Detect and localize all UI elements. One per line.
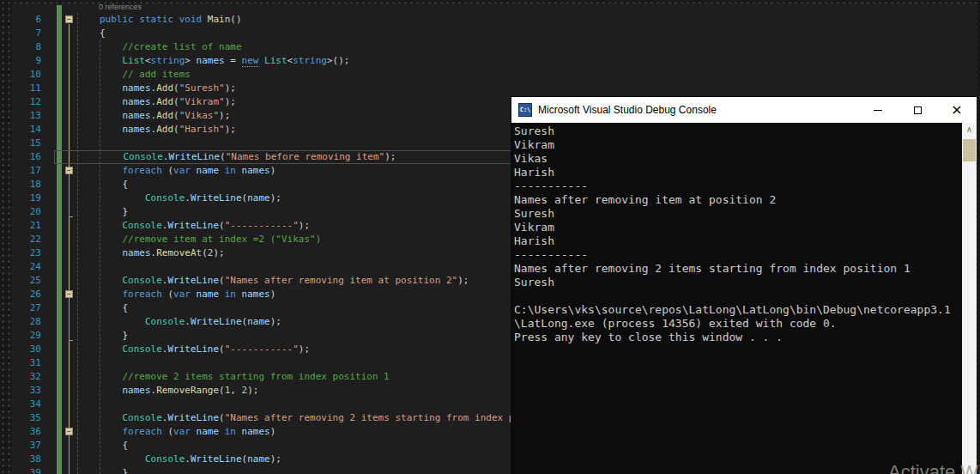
scroll-up-icon[interactable]: ∧ — [962, 125, 977, 135]
line-number[interactable]: 21 — [11, 219, 41, 233]
line-number[interactable]: 30 — [11, 343, 41, 356]
line-number[interactable]: 19 — [11, 191, 41, 205]
codelens-references[interactable]: 0 references — [99, 3, 142, 11]
line-number[interactable]: 7 — [11, 27, 41, 40]
code-token: Console — [123, 151, 162, 162]
minimize-button[interactable] — [858, 97, 898, 123]
code-line[interactable]: //create list of name — [54, 40, 977, 54]
console-output-line: Suresh — [514, 207, 977, 221]
debug-console-window[interactable]: C:\ Microsoft Visual Studio Debug Consol… — [511, 97, 977, 474]
code-token: < — [145, 55, 151, 66]
line-number[interactable]: 35 — [11, 411, 41, 425]
code-token: Console — [145, 192, 185, 204]
line-number[interactable]: 29 — [11, 329, 41, 343]
console-output-line: Names after removing 2 items starting fr… — [514, 262, 977, 276]
maximize-button[interactable] — [898, 97, 937, 123]
line-number[interactable]: 8 — [11, 40, 41, 54]
line-number[interactable]: 14 — [11, 123, 41, 137]
line-number[interactable]: 24 — [11, 260, 41, 274]
console-output[interactable]: SureshVikramVikasHarish-----------Names … — [511, 123, 977, 474]
code-token: foreach — [122, 289, 167, 300]
console-output-line — [514, 289, 977, 303]
code-token: ( — [219, 412, 225, 423]
code-token: Add — [156, 96, 173, 107]
code-token: Console — [122, 275, 161, 286]
code-token: var — [173, 289, 197, 300]
code-token: WriteLine — [167, 275, 219, 286]
code-token: { — [122, 179, 128, 190]
code-token: names — [242, 289, 270, 300]
code-token: List — [122, 55, 145, 66]
line-number-gutter[interactable]: 6789101112131415161718192021222324252627… — [11, 13, 41, 474]
code-token: names — [122, 385, 150, 396]
console-output-line: Vikram — [514, 221, 977, 234]
code-token: WriteLine — [168, 151, 220, 162]
code-token: Main — [208, 14, 231, 25]
line-number[interactable]: 23 — [11, 246, 41, 260]
line-number[interactable]: 10 — [11, 68, 41, 82]
line-number[interactable]: 36 — [11, 425, 41, 439]
code-line[interactable]: // add items — [54, 68, 977, 82]
code-token: names — [122, 247, 150, 258]
line-number[interactable]: 12 — [11, 95, 41, 109]
code-token: ( — [219, 275, 225, 286]
line-number[interactable]: 16 — [11, 150, 41, 164]
line-number[interactable]: 15 — [11, 137, 41, 150]
line-number[interactable]: 9 — [11, 54, 41, 68]
fold-toggle-icon[interactable]: − — [65, 290, 73, 298]
code-token: ); — [225, 96, 236, 107]
code-token: names — [122, 124, 150, 135]
code-line[interactable]: names.Add("Suresh"); — [54, 82, 977, 95]
code-token: //create list of name — [122, 41, 241, 52]
code-line[interactable]: public static void Main() — [54, 13, 977, 27]
code-token: void — [179, 14, 208, 25]
code-token: { — [100, 27, 106, 39]
line-number[interactable]: 27 — [11, 301, 41, 315]
console-scrollbar[interactable]: ∧ — [962, 123, 977, 474]
line-number[interactable]: 39 — [11, 466, 41, 474]
line-number[interactable]: 28 — [11, 315, 41, 329]
code-token: "Names before removing item" — [226, 151, 384, 162]
code-token: "Harish" — [179, 124, 225, 135]
code-token: WriteLine — [191, 453, 242, 465]
line-number[interactable]: 6 — [11, 13, 41, 27]
code-token: = — [230, 55, 241, 66]
code-token: ); — [225, 82, 236, 94]
line-number[interactable]: 18 — [11, 178, 41, 191]
code-token: } — [122, 330, 128, 341]
line-number[interactable]: 26 — [11, 288, 41, 301]
line-number[interactable]: 20 — [11, 205, 41, 219]
line-number[interactable]: 33 — [11, 384, 41, 398]
line-number[interactable]: 37 — [11, 439, 41, 453]
console-output-line: Harish — [514, 166, 977, 179]
code-token: "Suresh" — [179, 82, 225, 94]
line-number[interactable]: 25 — [11, 274, 41, 288]
fold-toggle-icon[interactable]: − — [65, 167, 73, 174]
code-token: Console — [122, 343, 161, 355]
line-number[interactable]: 38 — [11, 453, 41, 466]
line-number[interactable]: 34 — [11, 398, 41, 411]
line-number[interactable]: 13 — [11, 109, 41, 123]
fold-toggle-icon[interactable]: − — [65, 15, 73, 23]
code-token: . — [185, 453, 191, 465]
fold-toggle-icon[interactable]: − — [65, 428, 73, 435]
code-token: public — [100, 14, 139, 25]
code-token: foreach — [122, 165, 167, 176]
code-token: WriteLine — [191, 316, 242, 327]
line-number[interactable]: 32 — [11, 370, 41, 384]
line-number[interactable]: 31 — [11, 356, 41, 370]
code-token: Add — [156, 82, 173, 94]
fold-scope-bracket-end — [69, 216, 73, 217]
line-number[interactable]: 11 — [11, 82, 41, 95]
scrollbar-thumb[interactable] — [963, 139, 976, 161]
close-button[interactable]: × — [937, 97, 977, 123]
code-line[interactable]: List<string> names = new List<string>(); — [54, 54, 977, 68]
console-titlebar[interactable]: C:\ Microsoft Visual Studio Debug Consol… — [511, 97, 977, 123]
code-token: ); — [384, 151, 396, 162]
line-number[interactable]: 17 — [11, 164, 41, 178]
line-number[interactable]: 22 — [11, 233, 41, 246]
code-line[interactable]: { — [54, 27, 977, 40]
console-output-line: Vikram — [514, 138, 977, 152]
code-token: names — [197, 55, 231, 66]
console-output-line: Suresh — [514, 125, 977, 138]
